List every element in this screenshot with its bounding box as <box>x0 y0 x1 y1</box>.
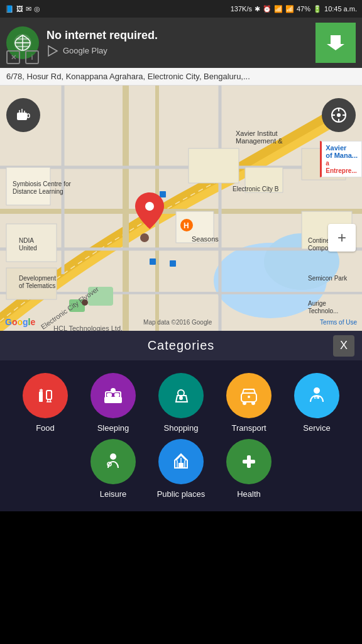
close-notif-btn[interactable]: ✕ <box>6 50 20 64</box>
notification-bar: No internet required. Google Play ✕ i <box>0 18 362 68</box>
food-icon <box>34 384 57 407</box>
category-leisure[interactable]: Leisure <box>85 439 141 499</box>
categories-row-1: Food Sleeping <box>17 373 345 433</box>
svg-point-80 <box>243 401 246 405</box>
category-sleeping[interactable]: Sleeping <box>85 373 141 433</box>
svg-text:Xavier Institut: Xavier Institut <box>236 130 278 137</box>
leisure-icon <box>102 450 124 473</box>
category-shopping[interactable]: Shopping <box>153 373 209 433</box>
map-data-text: Map data ©2016 Google <box>143 319 212 326</box>
time-display: 10:45 a.m. <box>324 5 357 13</box>
svg-point-78 <box>179 396 183 400</box>
category-health[interactable]: Health <box>221 439 277 499</box>
shopping-label: Shopping <box>164 423 199 433</box>
svg-text:Electronic City B: Electronic City B <box>233 186 279 192</box>
categories-panel: Categories X <box>0 331 362 511</box>
categories-title: Categories <box>148 338 215 353</box>
coffee-icon <box>14 106 32 124</box>
category-service[interactable]: $ Service <box>288 373 345 433</box>
gmail-icon: ✉ <box>26 5 31 13</box>
svg-point-33 <box>140 233 149 242</box>
svg-rect-74 <box>107 393 112 397</box>
sleeping-circle <box>90 373 136 418</box>
notification-controls: ✕ i <box>6 50 39 64</box>
compass-icon <box>330 106 348 124</box>
signal-icon: 📶 <box>285 5 294 13</box>
svg-text:United: United <box>19 245 37 252</box>
svg-rect-54 <box>17 113 27 120</box>
close-icon: X <box>340 339 348 352</box>
svg-text:Semicon Park: Semicon Park <box>308 275 348 282</box>
svg-rect-30 <box>160 191 166 197</box>
shopping-icon <box>170 384 192 407</box>
service-label: Service <box>303 423 330 433</box>
google-play-row: Google Play <box>47 45 308 57</box>
notification-text: No internet required. Google Play <box>47 29 308 57</box>
coffee-button[interactable] <box>6 98 40 132</box>
battery-icon: 🔋 <box>313 5 322 13</box>
svg-point-86 <box>110 453 116 460</box>
svg-point-60 <box>337 113 341 117</box>
download-icon <box>326 33 346 53</box>
speed-indicator: 137K/s <box>231 5 252 13</box>
public-icon <box>170 450 192 473</box>
svg-text:Management &: Management & <box>236 137 283 145</box>
notification-title: No internet required. <box>47 29 308 42</box>
category-transport[interactable]: Transport <box>221 373 277 433</box>
public-places-label: Public places <box>157 489 206 499</box>
wifi-icon: 📶 <box>274 5 283 13</box>
svg-text:Technolo...: Technolo... <box>308 308 338 314</box>
svg-rect-70 <box>47 391 52 399</box>
leisure-label: Leisure <box>100 489 127 499</box>
compass-button[interactable] <box>322 98 356 132</box>
download-button[interactable] <box>315 23 356 63</box>
facebook-icon: 📘 <box>5 5 14 13</box>
address-bar: 6/78, Hosur Rd, Konappana Agrahara, Elec… <box>0 68 362 86</box>
alarm-icon: ⏰ <box>263 5 272 13</box>
status-right-info: 137K/s ✱ ⏰ 📶 📶 47% 🔋 10:45 a.m. <box>231 5 357 13</box>
service-icon: $ <box>305 384 328 407</box>
svg-rect-32 <box>150 258 156 265</box>
transport-label: Transport <box>231 423 266 433</box>
public-circle <box>158 439 204 484</box>
transport-icon <box>238 384 260 407</box>
gallery-icon: 🖼 <box>16 5 23 13</box>
svg-text:Development: Development <box>19 275 56 282</box>
svg-point-76 <box>111 388 116 393</box>
health-circle <box>226 439 272 484</box>
food-label: Food <box>36 423 55 433</box>
categories-row-2: Leisure Public places <box>85 439 277 499</box>
svg-point-83 <box>314 387 320 394</box>
svg-rect-66 <box>39 392 43 396</box>
svg-rect-75 <box>114 393 119 397</box>
health-icon <box>238 450 260 473</box>
svg-marker-5 <box>48 46 57 56</box>
svg-rect-96 <box>243 460 255 464</box>
svg-rect-55 <box>27 114 30 118</box>
xavier-popup: Xavierof Mana...aEntrepre... <box>320 141 362 177</box>
sleeping-label: Sleeping <box>97 423 129 433</box>
food-circle <box>23 373 68 418</box>
svg-text:Seasons: Seasons <box>192 235 219 243</box>
category-public-places[interactable]: Public places <box>153 439 209 499</box>
health-label: Health <box>237 489 261 499</box>
close-categories-button[interactable]: X <box>333 335 354 357</box>
shopping-circle <box>158 373 204 418</box>
info-btn[interactable]: i <box>25 50 39 64</box>
svg-point-81 <box>251 401 255 405</box>
map-container[interactable]: H NDIA United Development of Telematics … <box>0 86 362 331</box>
google-play-label: Google Play <box>63 46 107 55</box>
categories-grid: Food Sleeping <box>0 360 362 511</box>
terms-text: Terms of Use <box>320 319 357 326</box>
map-svg: H NDIA United Development of Telematics … <box>0 86 362 331</box>
category-food[interactable]: Food <box>17 373 74 433</box>
zoom-in-button[interactable]: + <box>328 224 356 252</box>
svg-rect-31 <box>170 260 176 267</box>
svg-point-82 <box>248 396 250 398</box>
map-attribution: Google Map data ©2016 Google Terms of Us… <box>0 317 362 327</box>
svg-marker-6 <box>327 35 344 50</box>
google-logo: Google <box>5 317 35 327</box>
battery-text: 47% <box>297 5 310 13</box>
sleeping-icon <box>102 384 124 407</box>
circle-icon: ◎ <box>34 5 40 13</box>
